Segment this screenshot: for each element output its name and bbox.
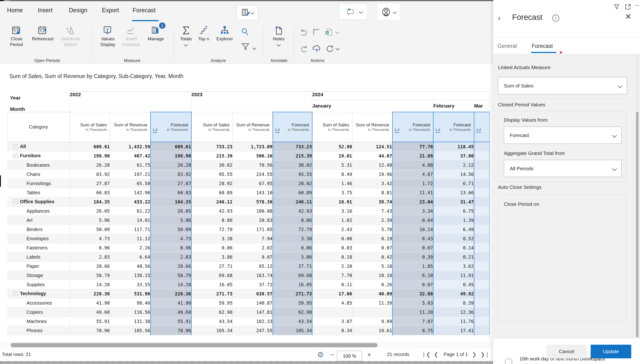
- cell[interactable]: 3.34: [393, 206, 433, 216]
- cell[interactable]: 5.03: [393, 298, 433, 308]
- chevron-down-icon[interactable]: [359, 10, 363, 14]
- cell[interactable]: 0.96: [70, 243, 110, 252]
- cell[interactable]: 3.86: [273, 252, 312, 262]
- cell[interactable]: 26.28: [70, 160, 110, 170]
- cell[interactable]: 4.67: [393, 170, 433, 179]
- cell[interactable]: 11.76: [433, 317, 474, 326]
- cell[interactable]: 32.86: [393, 289, 433, 298]
- cell[interactable]: 247.55: [233, 326, 273, 335]
- cell[interactable]: 72.79: [273, 225, 312, 234]
- cell[interactable]: 531.96: [110, 289, 151, 298]
- cell[interactable]: 19.01: [312, 151, 352, 160]
- publish-cloud-icon[interactable]: [311, 43, 322, 54]
- cell[interactable]: 19.96: [352, 170, 393, 179]
- panel-filter-icon[interactable]: [613, 3, 620, 10]
- cell[interactable]: 62.90: [273, 308, 312, 317]
- cell[interactable]: 11.20: [393, 308, 433, 317]
- cell[interactable]: 44.67: [352, 151, 393, 160]
- filter-chevron-icon[interactable]: [252, 46, 256, 50]
- cell[interactable]: 13.66: [433, 188, 474, 197]
- cell[interactable]: [474, 308, 489, 317]
- category-cell[interactable]: Storage: [7, 271, 70, 280]
- cell[interactable]: 8.86: [273, 216, 312, 225]
- cell[interactable]: 1.39: [433, 216, 474, 225]
- cell[interactable]: 3.75: [312, 188, 352, 197]
- cell[interactable]: 3.87: [312, 317, 352, 326]
- category-cell[interactable]: Fasteners: [7, 243, 70, 252]
- tab-home[interactable]: Home: [7, 7, 23, 14]
- collapse-icon[interactable]: −: [14, 200, 18, 204]
- cell[interactable]: [474, 197, 489, 206]
- cell[interactable]: 3.16: [312, 206, 352, 216]
- cell[interactable]: [474, 160, 489, 170]
- cell[interactable]: 27.87: [70, 179, 110, 188]
- cell[interactable]: 4.85: [312, 298, 352, 308]
- cell[interactable]: 1.46: [312, 179, 352, 188]
- cell[interactable]: 28.92: [191, 179, 233, 188]
- cell[interactable]: 215.39: [191, 151, 233, 160]
- cell[interactable]: 0.07: [352, 243, 393, 252]
- cell[interactable]: 0.14: [433, 243, 474, 252]
- cell[interactable]: 26.28: [151, 160, 191, 170]
- decimal-format-icon[interactable]: 1.2: [395, 128, 400, 133]
- category-cell[interactable]: Binders: [7, 225, 70, 234]
- cell[interactable]: [352, 308, 393, 317]
- back-button[interactable]: ‹: [498, 13, 501, 22]
- category-cell[interactable]: −Furniture: [7, 151, 70, 160]
- cell[interactable]: 1.85: [393, 262, 433, 271]
- cell[interactable]: 4.73: [70, 234, 110, 243]
- cell[interactable]: 78.96: [151, 326, 191, 335]
- cell[interactable]: [474, 317, 489, 326]
- measure-header-5[interactable]: 1.2Forecastin Thousands: [273, 112, 312, 142]
- cell[interactable]: 609.61: [70, 142, 110, 151]
- cell[interactable]: 40.09: [352, 289, 393, 298]
- cell[interactable]: [474, 262, 489, 271]
- category-header[interactable]: Category: [7, 112, 70, 142]
- collapse-icon[interactable]: −: [14, 154, 18, 158]
- category-cell[interactable]: Appliances: [7, 206, 70, 216]
- cell[interactable]: 3.62: [433, 262, 474, 271]
- cell[interactable]: 12.48: [352, 160, 393, 170]
- cell[interactable]: 43.54: [273, 317, 312, 326]
- cell[interactable]: 58.79: [70, 271, 110, 280]
- year-header-2023[interactable]: 2023: [191, 92, 312, 112]
- cell[interactable]: 8.49: [312, 170, 352, 179]
- collapse-icon[interactable]: −: [14, 292, 18, 296]
- measure-header-7[interactable]: Sum of Revenuein Thousands: [352, 112, 393, 142]
- cell[interactable]: 124.51: [352, 142, 393, 151]
- cell[interactable]: 184.35: [70, 197, 110, 206]
- cell[interactable]: 3.38: [273, 234, 312, 243]
- cell[interactable]: 52.98: [312, 142, 352, 151]
- cell[interactable]: 60.83: [151, 188, 191, 197]
- cell[interactable]: 95.55: [273, 170, 312, 179]
- measure-header-2[interactable]: 1.2Forecastin Thousands: [151, 112, 191, 142]
- cell[interactable]: 50.09: [151, 225, 191, 234]
- category-cell[interactable]: −Technology: [7, 289, 70, 298]
- cell[interactable]: 246.11: [273, 197, 312, 206]
- cell[interactable]: 21.88: [393, 151, 433, 160]
- manage-button[interactable]: Manage 1: [144, 25, 167, 42]
- cell[interactable]: 142.96: [110, 188, 151, 197]
- measure-header-0[interactable]: Sum of Salesin Thousands: [70, 112, 110, 142]
- cell[interactable]: 49.60: [151, 308, 191, 317]
- explorer-button[interactable]: Explorer: [213, 25, 236, 42]
- cell[interactable]: 14.01: [110, 216, 151, 225]
- cell[interactable]: 49.92: [433, 289, 474, 298]
- category-cell[interactable]: Envelopes: [7, 234, 70, 243]
- reforecast-button[interactable]: Reforecast: [27, 25, 58, 42]
- cell[interactable]: [474, 225, 489, 234]
- panel-tab-forecast[interactable]: Forecast: [532, 43, 553, 49]
- zoom-level-input[interactable]: 100 %: [337, 351, 362, 361]
- cell[interactable]: 5.70: [352, 225, 393, 234]
- cell[interactable]: 0.96: [151, 243, 191, 252]
- display-values-from-dropdown[interactable]: Forecast: [504, 126, 621, 144]
- cell[interactable]: 9.07: [233, 252, 273, 262]
- category-cell[interactable]: Machines: [7, 317, 70, 326]
- category-cell[interactable]: Furnishings: [7, 179, 70, 188]
- cell[interactable]: 41.90: [151, 298, 191, 308]
- tab-forecast[interactable]: Forecast: [133, 7, 156, 14]
- cell[interactable]: 2.83: [151, 252, 191, 262]
- panel-scrollbar-thumb[interactable]: [636, 112, 638, 337]
- refresh-icon[interactable]: [325, 44, 335, 54]
- cell[interactable]: 2.20: [312, 262, 352, 271]
